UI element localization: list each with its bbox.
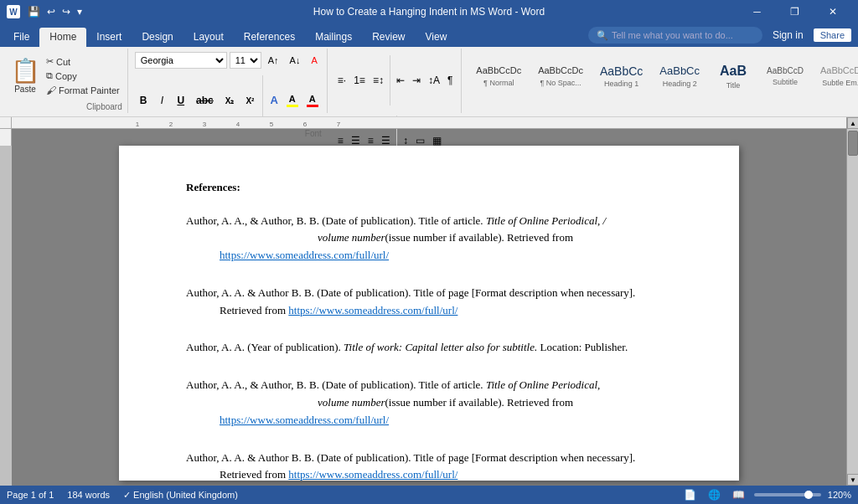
superscript-button[interactable]: X² (240, 92, 259, 109)
italic-button[interactable]: I (153, 92, 170, 109)
tab-file[interactable]: File (3, 28, 39, 47)
tab-mailings[interactable]: Mailings (305, 28, 362, 47)
font-size-select[interactable]: 11 (230, 52, 261, 69)
vertical-scrollbar[interactable]: ▲ ▼ (846, 117, 858, 486)
font-color-button[interactable]: A (303, 92, 322, 109)
zoom-slider[interactable] (754, 493, 821, 496)
word-count: 184 words (67, 490, 110, 500)
style-no-space-preview: AaBbCcDc (538, 65, 583, 76)
undo-button[interactable]: ↩ (44, 4, 58, 19)
ribbon-tabs-row: File Home Insert Design Layout Reference… (0, 23, 858, 47)
reference-entry-5: Author, A. A. & Author B. B. (Date of pu… (186, 450, 672, 485)
ref4-link[interactable]: https://www.someaddress.com/full/url/ (220, 414, 389, 426)
copy-button[interactable]: ⧉ Copy (44, 69, 122, 82)
word-icon: W (7, 5, 20, 18)
document-page: References: Author, A. A., & Author, B. … (119, 146, 739, 481)
tab-design[interactable]: Design (132, 28, 183, 47)
save-button[interactable]: 💾 (25, 4, 43, 19)
multilevel-button[interactable]: ≡↕ (370, 72, 387, 89)
highlight-color-bar (287, 105, 298, 107)
sort-button[interactable]: ↕A (425, 72, 443, 89)
style-subtitle-preview: AaBbCcD (767, 66, 804, 76)
show-hide-button[interactable]: ¶ (444, 72, 456, 89)
minimize-button[interactable]: ─ (738, 0, 776, 23)
scroll-track[interactable] (847, 129, 858, 474)
underline-button[interactable]: U (172, 92, 189, 109)
ref2-link[interactable]: https://www.someaddress.com/full/url/ (288, 304, 457, 316)
shrink-font-button[interactable]: A↓ (286, 52, 305, 69)
style-subtle[interactable]: AaBbCcDc Subtle Em... (813, 52, 858, 100)
bullets-button[interactable]: ≡· (334, 72, 349, 89)
text-effect-icon: A (270, 94, 277, 107)
clear-format-button[interactable]: A (307, 52, 321, 69)
style-h1-preview: AaBbCc (600, 64, 643, 79)
format-painter-label: Format Painter (59, 85, 120, 95)
style-normal[interactable]: AaBbCcDc ¶ Normal (468, 52, 529, 100)
ref1-link[interactable]: https://www.someaddress.com/full/url/ (220, 249, 389, 261)
maximize-button[interactable]: ❐ (776, 0, 814, 23)
zoom-thumb[interactable] (804, 491, 813, 499)
style-heading2[interactable]: AaBbCc Heading 2 (652, 52, 707, 100)
decrease-indent-button[interactable]: ⇤ (393, 72, 408, 89)
format-painter-button[interactable]: 🖌 Format Painter (44, 84, 122, 97)
document-scroll-area[interactable]: References: Author, A. A., & Author, B. … (12, 129, 846, 486)
style-subtitle[interactable]: AaBbCcD Subtitle (759, 52, 811, 100)
subscript-button[interactable]: X₂ (220, 92, 240, 109)
text-highlight-button[interactable]: A (283, 92, 302, 109)
font-row1: Georgia 11 A↑ A↓ A (135, 52, 322, 69)
bold-button[interactable]: B (135, 92, 152, 109)
ref1-italic: Title of Online Periodical, / volume num… (220, 214, 606, 244)
language-label: English (United Kingdom) (133, 490, 238, 500)
scroll-up-button[interactable]: ▲ (847, 117, 858, 129)
grow-font-button[interactable]: A↑ (264, 52, 283, 69)
style-heading1[interactable]: AaBbCc Heading 1 (592, 52, 650, 100)
tab-view[interactable]: View (416, 28, 457, 47)
style-no-space[interactable]: AaBbCcDc ¶ No Spac... (530, 52, 591, 100)
view-read-button[interactable]: 📖 (730, 488, 747, 501)
view-print-button[interactable]: 📄 (681, 488, 699, 501)
lightbulb-icon: 🔍 (597, 30, 608, 41)
sign-in-button[interactable]: Sign in (773, 29, 804, 41)
ref4-italic: Title of Online Periodical, volume numbe… (220, 378, 600, 409)
tab-insert[interactable]: Insert (86, 28, 132, 47)
share-button[interactable]: Share (814, 28, 851, 42)
v-ruler-inactive (0, 129, 12, 146)
paste-button[interactable]: 📋 Paste (8, 51, 42, 101)
style-no-space-label: ¶ No Spac... (540, 79, 581, 87)
horizontal-ruler: 1 2 3 4 5 6 7 (12, 117, 846, 129)
scroll-down-button[interactable]: ▼ (847, 474, 858, 486)
numbering-button[interactable]: 1≡ (350, 72, 369, 89)
clipboard-content: 📋 Paste ✂ Cut ⧉ Copy 🖌 Format Painter (8, 50, 122, 102)
font-color-bar (307, 105, 318, 107)
status-right: 📄 🌐 📖 120% (681, 488, 851, 501)
ribbon-group-font: Georgia 11 A↑ A↓ A B I U abc X₂ X² A (130, 49, 328, 113)
cut-button[interactable]: ✂ Cut (44, 55, 122, 68)
strikethrough-button[interactable]: abc (191, 92, 219, 109)
style-title[interactable]: AaB Title (709, 52, 757, 100)
tab-review[interactable]: Review (362, 28, 415, 47)
ribbon: 📋 Paste ✂ Cut ⧉ Copy 🖌 Format Painter Cl… (0, 47, 858, 117)
increase-indent-button[interactable]: ⇥ (409, 72, 424, 89)
font-name-select[interactable]: Georgia (135, 52, 227, 69)
view-web-button[interactable]: 🌐 (706, 488, 723, 501)
tell-me-input[interactable] (612, 30, 754, 40)
tab-home[interactable]: Home (39, 28, 86, 47)
status-bar: Page 1 of 1 184 words ✓ English (United … (0, 486, 858, 504)
tab-references[interactable]: References (234, 28, 305, 47)
ref5-link[interactable]: https://www.someaddress.com/full/url/ (288, 468, 457, 481)
redo-button[interactable]: ↪ (59, 4, 73, 19)
para-divider1 (390, 55, 390, 105)
text-effect-button[interactable]: A (266, 92, 281, 109)
font-color-icon: A (309, 94, 316, 105)
clipboard-label: Clipboard (86, 102, 122, 113)
style-title-label: Title (726, 81, 741, 90)
style-normal-label: ¶ Normal (483, 79, 514, 87)
title-bar-left: W 💾 ↩ ↪ ▾ (7, 4, 85, 19)
style-title-preview: AaB (720, 63, 747, 79)
tab-layout[interactable]: Layout (183, 28, 234, 47)
scroll-thumb[interactable] (848, 131, 858, 156)
close-button[interactable]: ✕ (814, 0, 851, 23)
ribbon-group-paragraph: ≡· 1≡ ≡↕ ⇤ ⇥ ↕A ¶ ≡ ☰ ≡ ☰ ↕ ▭ ▦ Paragrap… (329, 49, 463, 113)
customize-button[interactable]: ▾ (75, 4, 85, 19)
cut-label: Cut (56, 57, 70, 67)
